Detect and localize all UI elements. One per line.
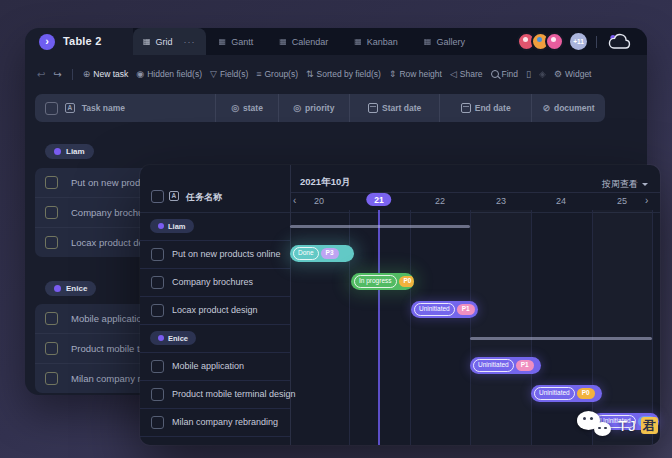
row-height-button[interactable]: ⇕ Row height — [389, 70, 442, 79]
calendar-view-icon: ▦ — [279, 37, 287, 46]
hidden-fields-button[interactable]: ◉ Hidden field(s) — [136, 70, 202, 79]
avatar-overflow-badge[interactable]: +11 — [570, 33, 587, 50]
day-label: 23 — [496, 196, 506, 206]
title-bar: › Table 2 ▦ Grid ··· ▦ Gantt ▦ Calendar … — [25, 28, 647, 55]
row-checkbox[interactable] — [151, 248, 164, 261]
column-task-name[interactable]: Task name — [82, 103, 125, 113]
gantt-gridline — [470, 210, 471, 445]
group-header-liam[interactable]: Liam — [45, 144, 94, 159]
tab-calendar-label: Calendar — [292, 37, 329, 47]
day-label: 24 — [556, 196, 566, 206]
tab-kanban[interactable]: ▦ Kanban — [341, 28, 411, 55]
tab-more-icon[interactable]: ··· — [184, 37, 196, 47]
priority-pill: P3 — [321, 248, 339, 259]
fields-button[interactable]: ▽ Field(s) — [210, 70, 248, 79]
avatar[interactable] — [545, 32, 564, 51]
gantt-row-label[interactable]: Product mobile terminal design — [172, 389, 296, 399]
window-title: Table 2 — [63, 35, 102, 47]
share-button[interactable]: ◁ Share — [450, 70, 483, 79]
row-checkbox[interactable] — [45, 236, 58, 249]
group-button[interactable]: ≡ Group(s) — [256, 70, 298, 79]
column-state[interactable]: ◎ state — [215, 94, 277, 122]
gantt-gridline — [410, 210, 411, 445]
select-all-checkbox[interactable] — [151, 190, 164, 203]
row-checkbox[interactable] — [45, 372, 58, 385]
tab-grid[interactable]: ▦ Grid ··· — [133, 28, 206, 55]
wechat-logo-icon — [577, 410, 614, 441]
panel-divider[interactable] — [290, 165, 291, 445]
prev-day-arrow[interactable]: ‹ — [293, 195, 296, 206]
group-header-enice[interactable]: Enice — [45, 281, 96, 296]
widget-button[interactable]: ⚙ Widget — [554, 70, 592, 79]
gantt-row-label[interactable]: Locax product design — [172, 305, 258, 315]
redo-icon[interactable]: ↪ — [53, 69, 61, 80]
view-mode-selector[interactable]: 按周查看 — [602, 178, 648, 191]
group-color-dot — [158, 223, 164, 229]
gear-icon: ⚙ — [554, 70, 562, 79]
eye-icon: ◉ — [136, 70, 144, 79]
chevron-down-icon — [642, 183, 648, 186]
search-icon — [491, 70, 499, 78]
find-button[interactable]: Find — [491, 70, 519, 79]
row-checkbox[interactable] — [45, 206, 58, 219]
tab-gantt[interactable]: ▦ Gantt — [206, 28, 267, 55]
row-checkbox[interactable] — [45, 342, 58, 355]
tab-gallery-label: Gallery — [436, 37, 465, 47]
gantt-bar-uninitiated[interactable]: Uninitiated P0 — [531, 385, 602, 402]
undo-icon[interactable]: ↩ — [37, 69, 45, 80]
select-all-checkbox[interactable] — [45, 102, 58, 115]
gantt-row-label[interactable]: Company brochures — [172, 277, 253, 287]
gantt-bar-uninitiated[interactable]: Uninitiated P1 — [470, 357, 541, 374]
day-label: 25 — [617, 196, 627, 206]
status-pill: Done — [293, 247, 319, 259]
column-document[interactable]: ⊘ document — [531, 94, 605, 122]
gantt-row-label[interactable]: Put on new products online — [172, 249, 281, 259]
gantt-row-label[interactable]: Milan company rebranding — [172, 417, 278, 427]
gantt-group-enice[interactable]: Enice — [150, 331, 196, 345]
watermark-suffix: 君 — [641, 417, 658, 434]
group-lines-icon: ≡ — [256, 70, 261, 79]
calendar-icon — [368, 103, 378, 113]
next-day-arrow[interactable]: › — [645, 195, 648, 206]
weekend-column-shade — [470, 210, 531, 445]
grid-view-icon: ▦ — [143, 37, 151, 46]
gantt-bar-done[interactable]: Done P3 — [290, 245, 354, 262]
gantt-gridline — [531, 210, 532, 445]
text-field-icon: A — [65, 103, 75, 113]
more-tools-icon[interactable]: ◈ — [539, 70, 546, 79]
column-end-date[interactable]: End date — [439, 94, 531, 122]
gantt-bar-in-progress[interactable]: In progress P0 — [351, 273, 414, 290]
view-tab-strip: ▦ Grid ··· ▦ Gantt ▦ Calendar ▦ Kanban — [133, 28, 647, 55]
tj-jun-watermark: TJ 君 — [577, 410, 658, 441]
row-checkbox[interactable] — [151, 304, 164, 317]
form-icon[interactable]: ▯ — [526, 70, 531, 79]
sort-button[interactable]: ⇅ Sorted by field(s) — [306, 70, 381, 79]
tab-grid-label: Grid — [156, 37, 173, 47]
row-checkbox[interactable] — [151, 276, 164, 289]
tab-gantt-label: Gantt — [231, 37, 253, 47]
row-checkbox[interactable] — [45, 176, 58, 189]
column-start-date[interactable]: Start date — [349, 94, 440, 122]
row-checkbox[interactable] — [151, 416, 164, 429]
collaborator-avatars — [517, 32, 564, 51]
gantt-bar-uninitiated[interactable]: Uninitiated P1 — [411, 301, 478, 318]
row-checkbox[interactable] — [45, 312, 58, 325]
tab-kanban-label: Kanban — [367, 37, 398, 47]
status-pill: Uninitiated — [473, 359, 514, 371]
divider — [72, 69, 73, 80]
app-logo-icon[interactable]: › — [39, 34, 55, 50]
tab-gallery[interactable]: ▦ Gallery — [411, 28, 478, 55]
gantt-group-liam[interactable]: Liam — [150, 219, 194, 233]
select-field-icon: ◎ — [231, 104, 239, 113]
gantt-row-label[interactable]: Mobile application — [172, 361, 244, 371]
row-checkbox[interactable] — [151, 360, 164, 373]
group-color-dot — [54, 148, 61, 155]
priority-pill: P1 — [516, 360, 534, 371]
tab-calendar[interactable]: ▦ Calendar — [266, 28, 341, 55]
column-priority[interactable]: ◎ priority — [278, 94, 349, 122]
gallery-view-icon: ▦ — [424, 37, 432, 46]
row-checkbox[interactable] — [151, 388, 164, 401]
cloud-sync-icon[interactable] — [607, 33, 633, 50]
new-task-button[interactable]: ⊕ New task — [83, 70, 129, 79]
day-label: 20 — [314, 196, 324, 206]
